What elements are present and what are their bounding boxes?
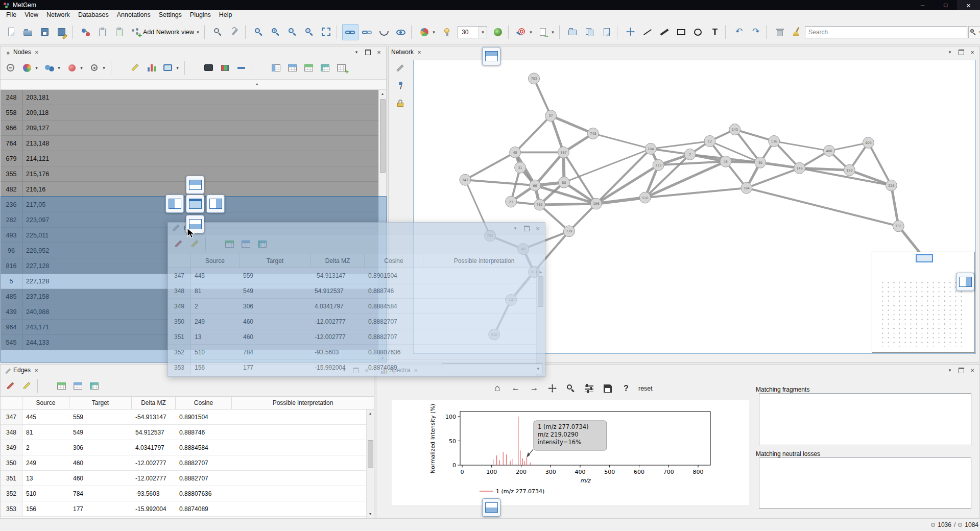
dropdown-caret-icon[interactable] [34,65,39,70]
undo-button[interactable] [731,24,747,40]
edge-row[interactable]: 348 81 549 54.912537 0.888746 [1,425,366,440]
edge-row[interactable]: 351 13 460 -12.002777 0.8882707 [1,471,366,486]
node-size-lamp-button[interactable] [439,24,455,40]
nodes-close-button[interactable] [374,48,384,56]
node-row-id[interactable]: 966 [1,120,22,135]
delete-annotations-button[interactable] [772,24,788,40]
dropdown-caret-icon[interactable] [57,65,61,70]
dropdown-caret-icon[interactable] [529,30,533,35]
edge-cosine[interactable]: 0.888746 [176,425,232,440]
scrollbar-thumb[interactable] [368,440,373,468]
maximize-button[interactable] [934,0,957,10]
edge-source[interactable]: 156 [22,501,69,516]
highlight-yellow-button[interactable] [19,379,35,393]
pin-nodes-button[interactable] [87,61,108,75]
redo-button[interactable] [748,24,764,40]
edge-interpretation[interactable] [232,409,366,424]
reset-button[interactable]: reset [638,382,653,395]
edges-column-header[interactable]: Source [22,397,69,409]
annotate-pin-button[interactable] [393,79,408,92]
freeze-column-button[interactable] [269,61,284,75]
ghost-close-button[interactable] [533,224,542,232]
forward-button[interactable] [528,382,540,395]
freeze-row-button[interactable] [285,61,300,75]
draw-rectangle-tool-button[interactable] [673,24,689,40]
node-mz-value[interactable]: 203,181 [22,90,378,105]
node-row-id[interactable]: 355 [1,166,22,181]
export-image-button[interactable] [565,24,581,40]
edge-interpretation[interactable] [232,425,366,440]
node-row-id[interactable]: 764 [1,136,22,151]
show-all-columns-button[interactable] [222,237,237,251]
menu-item[interactable]: Databases [74,11,113,19]
ghost-menu-button[interactable] [511,224,520,232]
save-project-as-button[interactable] [54,24,70,40]
freeze-row-button[interactable] [70,379,86,393]
zoom-in-button[interactable] [268,24,284,40]
node-color-button[interactable] [490,24,506,40]
node-mz-value[interactable]: 209,127 [22,120,378,135]
menu-item[interactable]: Settings [155,11,186,19]
hide-isolated-nodes-button[interactable] [376,24,392,40]
node-row-id[interactable]: 482 [1,182,22,197]
zoom-selection-button[interactable] [284,24,301,40]
node-row-id[interactable]: 248 [1,90,22,105]
edge-source[interactable]: 2 [22,440,69,455]
highlight-yellow-button[interactable] [128,61,143,75]
restore-table-button[interactable] [255,237,270,251]
search-input[interactable] [805,26,967,38]
node-row[interactable]: 558 209,118 [1,105,378,120]
lock-view-button[interactable] [393,96,408,110]
spectrum-plot[interactable]: 0100200300400500600700800050100m/zNormal… [392,400,749,505]
process-file-button[interactable] [78,24,94,40]
dropdown-caret-icon[interactable] [196,30,200,35]
minimap-viewport[interactable] [916,254,933,262]
edge-delta-mz[interactable]: 54.912537 [132,425,176,440]
node-row[interactable]: 248 203,181 [1,90,378,105]
add-column-button[interactable] [334,61,349,75]
edge-cosine[interactable]: 0.8882707 [176,471,232,486]
remove-column-button[interactable] [3,61,18,75]
scrollbar-thumb[interactable] [380,99,386,173]
edge-row-id[interactable]: 349 [1,440,22,455]
dock-indicator-edge-bottom[interactable] [482,498,500,517]
nodes-menu-button[interactable] [352,48,361,56]
network-menu-button[interactable] [945,48,954,56]
node-row[interactable]: 679 214,121 [1,151,378,166]
spinner-caret-icon[interactable] [479,27,487,38]
dropdown-caret-icon[interactable] [551,30,555,35]
edge-target[interactable]: 460 [69,455,132,470]
spectrum-figure[interactable]: 0100200300400500600700800050100m/zNormal… [392,400,749,505]
curation-tools-button[interactable] [227,24,243,40]
edge-interpretation[interactable] [232,440,366,455]
link-views-button[interactable] [342,24,358,40]
edge-row[interactable]: 353 156 177 -15.992004 0.8874089 [1,501,366,517]
fit-view-button[interactable] [318,24,334,40]
edge-row-id[interactable]: 347 [1,409,22,424]
node-mz-value[interactable]: 209,118 [22,105,378,120]
edge-delta-mz[interactable]: -12.002777 [132,455,176,470]
node-row[interactable]: 966 209,127 [1,120,378,136]
nodes-float-button[interactable] [363,48,372,56]
edge-target[interactable]: 559 [69,409,132,424]
edge-row-id[interactable]: 350 [1,455,22,470]
network-float-button[interactable] [957,48,966,56]
node-size-spinbox[interactable]: 30 [458,26,487,38]
edge-cosine[interactable]: 0.8901504 [176,409,232,424]
scroll-down-icon[interactable] [367,510,374,518]
import-group-mapping-button[interactable] [111,24,128,40]
annotate-pen-button[interactable] [393,62,408,75]
node-display-button[interactable] [160,61,182,75]
show-all-columns-button[interactable] [301,61,317,75]
edge-row-id[interactable]: 352 [1,486,22,501]
restore-table-button[interactable] [318,61,333,75]
move-annotation-tool-button[interactable] [623,24,639,40]
help-button[interactable] [620,382,632,395]
new-project-button[interactable] [3,24,19,40]
zoom-reset-button[interactable] [301,24,318,40]
edge-row[interactable]: 349 2 306 4.0341797 0.8884584 [1,440,366,455]
edge-delta-mz[interactable]: 4.0341797 [132,440,176,455]
highlight-selection-button[interactable] [42,61,63,75]
edge-delta-mz[interactable]: -15.992004 [132,501,176,516]
restore-table-button[interactable] [87,379,102,393]
